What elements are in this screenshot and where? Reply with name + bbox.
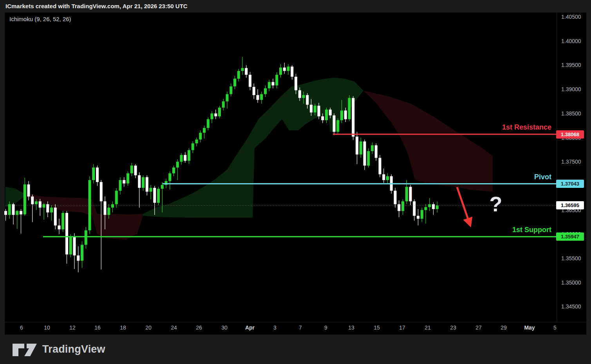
candle-up <box>386 176 389 180</box>
support-annotation-text[interactable]: 1st Support <box>407 226 551 234</box>
price-tick-label: 1.39500 <box>561 62 589 68</box>
chart-canvas[interactable] <box>0 0 591 364</box>
candle-down <box>318 106 320 116</box>
time-tick-label: 27 <box>470 324 487 331</box>
candle-up <box>325 110 328 120</box>
candle-down <box>379 158 381 174</box>
time-tick-label: 17 <box>394 324 411 331</box>
candle-down <box>375 145 378 158</box>
candle-up <box>218 108 221 116</box>
candle-down <box>39 201 42 207</box>
candle-up <box>428 204 431 207</box>
candle-down <box>31 196 34 204</box>
candle-up <box>150 188 152 192</box>
candle-down <box>77 256 80 261</box>
candle-up <box>157 189 160 203</box>
candle-down <box>356 137 358 155</box>
candle-up <box>172 168 175 173</box>
time-tick-label: 16 <box>89 324 106 331</box>
candle-up <box>336 120 339 132</box>
candle-up <box>188 150 190 161</box>
candle-down <box>12 204 15 215</box>
candle-down <box>283 68 286 71</box>
price-tick-label: 1.35000 <box>561 279 589 286</box>
candle-up <box>130 166 133 173</box>
candle-up <box>119 180 122 191</box>
indicator-legend[interactable]: Ichimoku (9, 26, 52, 26) <box>9 16 71 22</box>
tradingview-logo-text: TradingView <box>42 343 105 355</box>
candle-up <box>367 151 370 166</box>
tradingview-logo-icon <box>12 341 38 357</box>
candle-down <box>295 77 297 90</box>
candle-up <box>180 155 183 162</box>
candle-up <box>127 173 129 184</box>
candle-down <box>409 187 412 201</box>
candle-up <box>314 106 316 112</box>
candle-up <box>107 207 110 215</box>
current-price-chip: 1.36595 <box>556 201 584 209</box>
resistance-price-chip: 1.38068 <box>556 130 584 139</box>
candle-down <box>298 90 301 98</box>
candle-down <box>153 188 156 203</box>
time-tick-label: 30 <box>216 324 233 331</box>
candle-up <box>195 139 198 143</box>
time-tick-label: 29 <box>495 324 512 331</box>
candle-up <box>111 204 114 208</box>
candle-down <box>104 201 107 215</box>
candle-up <box>161 185 164 189</box>
candle-down <box>272 82 275 86</box>
candle-down <box>291 67 293 77</box>
candle-down <box>134 166 137 175</box>
candle-up <box>268 82 271 88</box>
candle-up <box>69 236 72 254</box>
candle-up <box>230 86 232 94</box>
candle-up <box>264 88 267 94</box>
time-tick-label: May <box>521 324 538 331</box>
time-tick-label: 20 <box>140 324 157 331</box>
pivot-price-chip: 1.37043 <box>556 180 584 188</box>
tradingview-chart-window: ICmarkets created with TradingView.com, … <box>0 0 591 364</box>
candle-up <box>401 201 404 211</box>
candle-up <box>92 168 95 180</box>
candle-up <box>287 67 290 71</box>
candle-down <box>333 115 336 132</box>
candle-up <box>207 119 210 128</box>
tradingview-watermark[interactable]: TradingView <box>12 341 105 357</box>
candle-up <box>142 177 145 188</box>
candle-up <box>8 204 11 215</box>
candle-down <box>20 211 22 214</box>
candle-up <box>203 128 206 133</box>
candle-up <box>421 210 423 219</box>
time-tick-label: Apr <box>241 324 258 331</box>
candle-up <box>16 211 18 215</box>
candle-down <box>321 116 324 120</box>
candle-up <box>81 245 83 261</box>
candle-down <box>352 98 354 137</box>
candle-down <box>245 68 248 75</box>
candle-down <box>4 211 7 215</box>
candle-down <box>413 201 416 216</box>
candle-down <box>65 213 68 254</box>
candle-up <box>61 213 64 229</box>
candle-down <box>46 204 49 213</box>
time-tick-label: 3 <box>266 324 284 331</box>
candle-down <box>306 95 309 105</box>
candle-down <box>344 110 347 119</box>
price-tick-label: 1.34500 <box>561 303 589 310</box>
time-tick-label: 18 <box>114 324 132 331</box>
candle-down <box>73 236 76 255</box>
candle-up <box>89 180 91 230</box>
candle-up <box>275 75 278 85</box>
candle-down <box>96 168 99 182</box>
time-tick-label: 26 <box>190 324 208 331</box>
candle-up <box>371 145 374 151</box>
candle-down <box>27 184 30 196</box>
pivot-annotation-text[interactable]: Pivot <box>407 173 551 181</box>
candle-up <box>50 207 53 212</box>
question-mark-annotation[interactable]: ? <box>488 193 504 214</box>
price-tick-label: 1.35500 <box>561 255 589 261</box>
resistance-annotation-text[interactable]: 1st Resistance <box>407 123 551 132</box>
time-tick-label: 15 <box>368 324 385 331</box>
candle-down <box>58 225 61 229</box>
candle-up <box>192 143 194 150</box>
